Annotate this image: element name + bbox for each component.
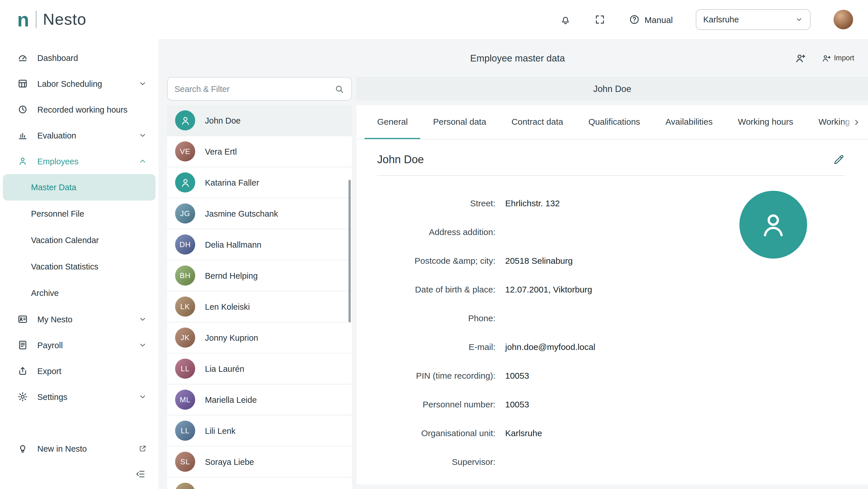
detail-tab[interactable]: Contract data: [499, 105, 576, 140]
chevron-icon: [138, 157, 147, 166]
manual-label: Manual: [645, 15, 673, 24]
sidebar-item[interactable]: Settings: [0, 384, 158, 410]
tabs-scroll-right-button[interactable]: [842, 105, 868, 139]
header-actions: Import: [794, 52, 854, 64]
employee-list-item[interactable]: LL Lia Laurén: [167, 353, 352, 384]
manual-link[interactable]: Manual: [629, 14, 673, 25]
sidebar-item[interactable]: Archive: [0, 280, 158, 306]
avatar-initials: JK: [181, 333, 190, 342]
sidebar-item-label: Vacation Calendar: [31, 236, 129, 245]
sidebar-item-label: Employees: [37, 156, 129, 166]
employee-name: Vera Ertl: [205, 147, 237, 156]
chevron-icon: [138, 79, 147, 88]
employee-list-item[interactable]: BH Bernd Helping: [167, 260, 352, 291]
import-label: Import: [834, 54, 854, 62]
sidebar-item[interactable]: Vacation Statistics: [0, 253, 158, 280]
location-selector[interactable]: Karlsruhe: [696, 9, 811, 30]
detail-body: John Doe Street: Ehrlichstr. 132 Ad: [356, 140, 868, 484]
logo-letter: n: [17, 10, 29, 29]
sidebar-item-label: Personnel File: [31, 209, 129, 218]
notifications-bell-icon[interactable]: [560, 14, 571, 25]
sidebar-item-icon: [17, 391, 28, 402]
nesto-logo[interactable]: n Nesto: [0, 0, 158, 39]
content-column: Manual Karlsruhe Employee master data Im…: [158, 0, 868, 489]
import-button[interactable]: Import: [821, 53, 854, 63]
detail-tab[interactable]: Availabilities: [653, 105, 725, 140]
sidebar-item[interactable]: Evaluation: [0, 122, 158, 148]
detail-tab[interactable]: General: [365, 105, 421, 140]
sidebar-item[interactable]: Master Data: [3, 174, 156, 201]
employee-avatar: [175, 172, 195, 193]
sidebar-item-icon: [17, 156, 28, 167]
detail-tab[interactable]: Qualifications: [576, 105, 653, 140]
list-scrollbar-thumb[interactable]: [348, 180, 351, 322]
detail-tab[interactable]: Personal data: [421, 105, 499, 140]
page-title: Employee master data: [470, 53, 565, 63]
sidebar-item-label: Settings: [37, 392, 129, 401]
field-label: Supervisor:: [377, 457, 495, 466]
field-label: Address addition:: [377, 227, 495, 236]
employee-list-item[interactable]: SL Soraya Liebe: [167, 447, 352, 478]
employee-name: Jonny Kuprion: [205, 333, 258, 342]
detail-field-row: Date of birth & place: 12.07.2001, Vikto…: [377, 275, 845, 304]
employee-list-item[interactable]: JK Jonny Kuprion: [167, 322, 352, 353]
employee-list-item[interactable]: VE Vera Ertl: [167, 136, 352, 167]
employee-name: Bernd Helping: [205, 271, 258, 280]
new-in-nesto-link[interactable]: New in Nesto: [0, 436, 158, 461]
search-input[interactable]: [175, 84, 334, 93]
topbar: Manual Karlsruhe: [158, 0, 868, 39]
logo-wordmark: Nesto: [43, 10, 86, 29]
detail-tab[interactable]: Working hours: [725, 105, 806, 140]
sidebar-item[interactable]: Employees: [0, 148, 158, 174]
employee-list-item[interactable]: LK Len Koleiski: [167, 291, 352, 322]
employee-list-item[interactable]: ML Mariella Leide: [167, 384, 352, 415]
employee-detail-panel: GeneralPersonal dataContract dataQualifi…: [356, 105, 868, 484]
avatar-initials: DH: [179, 240, 191, 249]
sidebar-item[interactable]: Vacation Calendar: [0, 227, 158, 253]
field-value: 10053: [505, 370, 529, 380]
sidebar-item[interactable]: Dashboard: [0, 45, 158, 71]
field-label: Organisational unit:: [377, 428, 495, 438]
employee-list-item[interactable]: JG Jasmine Gutschank: [167, 198, 352, 229]
sidebar-item[interactable]: Labor Scheduling: [0, 71, 158, 96]
employee-list-item[interactable]: DH Delia Hallmann: [167, 229, 352, 260]
person-icon: [757, 209, 789, 241]
chevron-down-icon: [795, 16, 803, 24]
sidebar-item[interactable]: Personnel File: [0, 201, 158, 227]
sidebar-item-label: Recorded working hours: [37, 105, 129, 114]
sidebar-item[interactable]: Export: [0, 358, 158, 384]
avatar-initials: LK: [180, 302, 190, 311]
sidebar-item[interactable]: Recorded working hours: [0, 96, 158, 122]
sidebar-nav: Dashboard Labor Scheduling Recorded work…: [0, 39, 158, 410]
chevron-icon: [138, 131, 147, 140]
employee-name: Jasmine Gutschank: [205, 209, 278, 218]
search-filter-box[interactable]: [167, 77, 352, 100]
field-label: Phone:: [377, 313, 495, 323]
main-content: Employee master data Import John Doe: [158, 39, 868, 489]
employee-list-item[interactable]: MM Martin Manager: [167, 478, 352, 489]
avatar-initials: ML: [180, 395, 191, 404]
detail-field-row: Personnel number: 10053: [377, 390, 845, 418]
field-value: 12.07.2001, Viktorburg: [505, 284, 592, 294]
logo-divider: [36, 11, 37, 28]
sidebar-item-label: My Nesto: [37, 315, 129, 324]
employee-avatar: JK: [175, 327, 195, 348]
avatar-initials: SL: [180, 457, 190, 466]
sidebar-item-icon: [17, 130, 28, 141]
sidebar-collapse-row: [0, 461, 158, 487]
employee-list-item[interactable]: Katarina Faller: [167, 167, 352, 198]
sidebar-item[interactable]: My Nesto: [0, 306, 158, 332]
employee-name: Lia Laurén: [205, 364, 244, 373]
collapse-sidebar-button[interactable]: [135, 469, 146, 479]
employee-avatar: DH: [175, 234, 195, 255]
employee-list-item[interactable]: John Doe: [167, 105, 352, 136]
avatar-initials: VE: [180, 147, 191, 156]
fullscreen-icon[interactable]: [594, 14, 606, 25]
employee-list-item[interactable]: LL Lili Lenk: [167, 415, 352, 447]
employee-name: Katarina Faller: [205, 178, 259, 187]
add-employee-button[interactable]: [794, 52, 806, 64]
sidebar-item[interactable]: Payroll: [0, 332, 158, 358]
external-link-icon[interactable]: [138, 444, 147, 453]
edit-pencil-button[interactable]: [832, 153, 845, 166]
user-avatar[interactable]: [834, 10, 853, 29]
